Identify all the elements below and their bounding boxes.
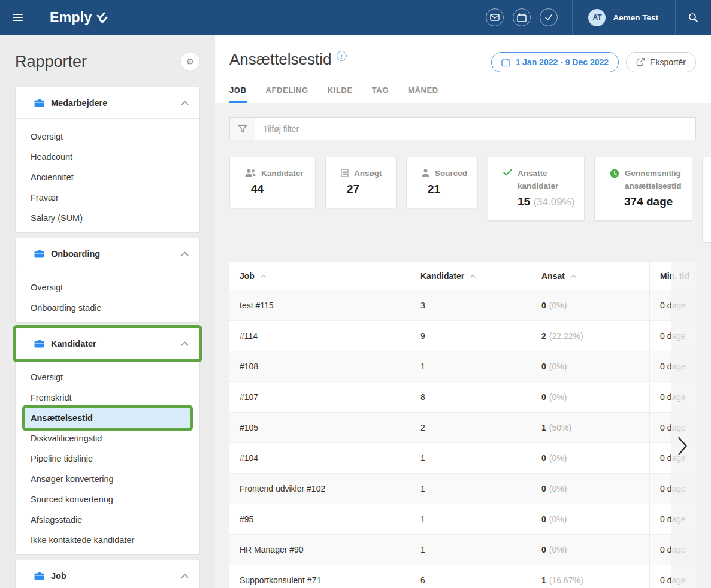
- export-button[interactable]: Eksportér: [626, 52, 696, 72]
- sidebar-item[interactable]: Ansøger konvertering: [25, 469, 190, 489]
- sidebar-item[interactable]: Pipeline tidslinje: [25, 448, 190, 469]
- table-row[interactable]: #10521(50%)0 dage: [229, 412, 696, 442]
- mail-button[interactable]: [486, 8, 504, 26]
- sidebar-item[interactable]: Salary (SUM): [25, 208, 190, 228]
- cell-kandidater: 8: [410, 382, 531, 412]
- stat-card-ansoegt: Ansøgt 27: [325, 157, 397, 208]
- sidebar-item[interactable]: Oversigt: [25, 367, 190, 387]
- cell-ansat: 0(0%): [531, 504, 649, 534]
- sidebar-item[interactable]: Oversigt: [25, 126, 190, 147]
- sidebar-item[interactable]: Sourced konvertering: [25, 489, 190, 510]
- cell-kandidater: 1: [410, 443, 531, 473]
- chevron-up-icon[interactable]: [181, 341, 189, 346]
- cell-job: HR Manager #90: [229, 535, 410, 565]
- stat-card-kandidater: Kandidater 44: [229, 157, 316, 208]
- tasks-button[interactable]: [540, 8, 558, 26]
- calendar-icon: [501, 58, 510, 67]
- hamburger-menu-button[interactable]: [0, 0, 35, 35]
- section-header-job[interactable]: Job: [16, 560, 199, 588]
- cell-job: #108: [229, 351, 410, 381]
- chevron-up-icon[interactable]: [181, 251, 189, 256]
- tab-maaned[interactable]: MÅNED: [408, 86, 438, 103]
- calendar-button[interactable]: [513, 8, 531, 26]
- check-icon: [503, 169, 512, 176]
- user-menu[interactable]: AT Aemen Test: [573, 0, 675, 35]
- tab-afdeling[interactable]: AFDELING: [266, 86, 308, 103]
- sidebar-item[interactable]: Afslagsstadie: [25, 510, 190, 530]
- briefcase-icon: [34, 99, 44, 107]
- table-scroll-overlay: [671, 262, 696, 588]
- page-title: Ansættelsestid i: [229, 50, 347, 68]
- sort-caret-icon: [571, 274, 576, 278]
- chevron-up-icon[interactable]: [181, 574, 189, 578]
- briefcase-icon: [34, 572, 44, 580]
- brand-name: Emply: [50, 10, 92, 26]
- sort-caret-icon: [470, 274, 476, 278]
- table-row[interactable]: #9510(0%)0 dage: [229, 504, 696, 534]
- table-row[interactable]: Frontend udvikler #10210(0%)0 dage: [229, 473, 696, 504]
- table-row[interactable]: #11492(22.22%)0 dage: [229, 320, 696, 351]
- cell-job: #105: [229, 413, 410, 442]
- table-row[interactable]: test #11530(0%)0 dage: [229, 290, 696, 320]
- table-row[interactable]: #10810(0%)0 dage: [229, 351, 696, 381]
- stat-card-sourced: Sourced 21: [406, 157, 478, 208]
- stat-value: 15 (34.09%): [518, 195, 577, 208]
- column-header-ansat[interactable]: Ansat: [531, 262, 649, 290]
- sidebar-item[interactable]: Ikke kontaktede kandidater: [25, 530, 190, 550]
- sidebar-section-onboarding: Onboarding OversigtOnboarding stadie: [15, 238, 200, 323]
- table-row[interactable]: #10780(0%)0 dage: [229, 381, 696, 412]
- gear-icon: ⚙︎: [186, 56, 194, 67]
- section-header-kandidater[interactable]: Kandidater: [16, 328, 199, 359]
- next-columns-button[interactable]: [677, 437, 688, 457]
- table-row[interactable]: #10410(0%)0 dage: [229, 442, 696, 473]
- cell-kandidater: 1: [410, 474, 531, 504]
- sidebar-item[interactable]: Onboarding stadie: [25, 298, 190, 318]
- sidebar-item[interactable]: Headcount: [25, 147, 190, 167]
- hamburger-icon: [13, 12, 23, 23]
- settings-button[interactable]: ⚙︎: [180, 51, 200, 71]
- table-row[interactable]: HR Manager #9010(0%)0 dage: [229, 534, 696, 565]
- sidebar-item[interactable]: Oversigt: [25, 277, 190, 298]
- date-range-button[interactable]: 1 Jan 2022 - 9 Dec 2022: [491, 52, 619, 72]
- stat-card-partial: [702, 157, 711, 243]
- filter-input[interactable]: Tilføj filter: [255, 124, 695, 134]
- sidebar-item[interactable]: Ansættelsestid: [25, 408, 190, 428]
- sidebar-item[interactable]: Diskvalificeringstid: [25, 428, 190, 448]
- calendar-icon: [517, 13, 527, 22]
- section-header-onboarding[interactable]: Onboarding: [16, 238, 199, 269]
- column-header-job[interactable]: Job: [229, 262, 410, 290]
- people-icon: [245, 169, 256, 177]
- sidebar-item[interactable]: Anciennitet: [25, 167, 190, 187]
- table-row[interactable]: Supportkonsulent #7161(16.67%)0 dage: [229, 565, 696, 588]
- cell-kandidater: 9: [410, 321, 531, 351]
- table-header: Job Kandidater Ansat: [229, 262, 696, 290]
- cell-job: #107: [229, 382, 410, 412]
- filter-button[interactable]: [230, 118, 255, 140]
- cell-job: #114: [229, 321, 410, 351]
- cell-ansat: 2(22.22%): [531, 321, 649, 351]
- column-header-kandidater[interactable]: Kandidater: [410, 262, 531, 290]
- search-icon: [688, 13, 698, 23]
- tab-tag[interactable]: TAG: [372, 86, 389, 103]
- cell-ansat: 1(50%): [531, 413, 649, 442]
- check-circle-icon: [544, 14, 553, 21]
- sidebar-section-kandidater: Kandidater OversigtFremskridtAnsættelses…: [15, 328, 200, 555]
- export-icon: [636, 58, 645, 66]
- info-icon[interactable]: i: [337, 51, 347, 61]
- sort-caret-icon: [261, 274, 266, 278]
- chevron-up-icon[interactable]: [181, 101, 189, 105]
- sidebar-item[interactable]: Fremskridt: [25, 387, 190, 408]
- sidebar-section-medarbejdere: Medarbejdere OversigtHeadcountAnciennite…: [15, 87, 200, 233]
- topbar: Emply AT Aemen Test: [0, 0, 711, 35]
- section-header-medarbejdere[interactable]: Medarbejdere: [16, 87, 199, 119]
- user-name: Aemen Test: [613, 13, 658, 22]
- sidebar-item[interactable]: Fravær: [25, 187, 190, 208]
- app-logo[interactable]: Emply: [50, 0, 109, 35]
- table-body: test #11530(0%)0 dage#11492(22.22%)0 dag…: [229, 290, 696, 588]
- document-icon: [341, 169, 349, 177]
- search-button[interactable]: [676, 0, 711, 35]
- stat-value: 44: [251, 183, 308, 196]
- tab-kilde[interactable]: KILDE: [328, 86, 353, 103]
- cell-ansat: 1(16.67%): [531, 565, 649, 588]
- tab-job[interactable]: JOB: [229, 86, 247, 103]
